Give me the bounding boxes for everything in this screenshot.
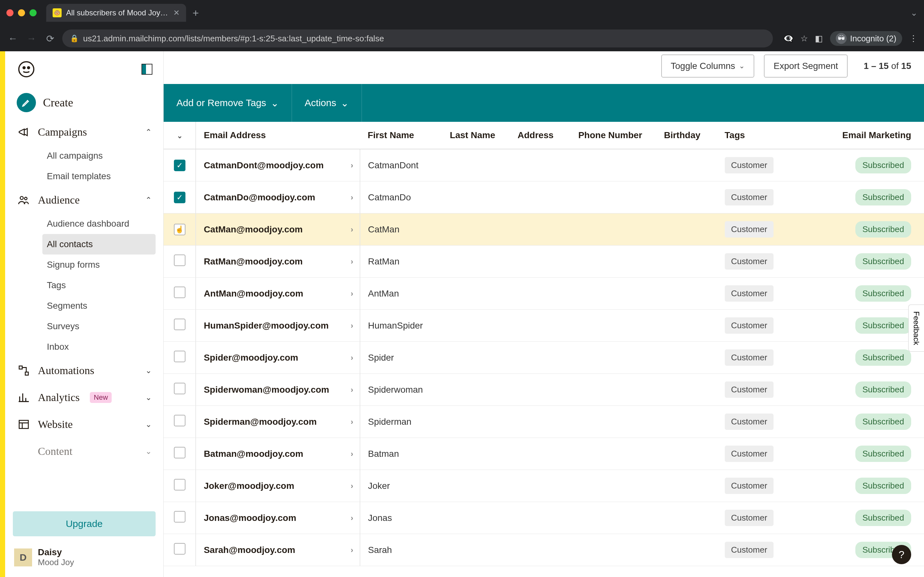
subnav-all-contacts[interactable]: All contacts <box>42 234 156 255</box>
nav-campaigns[interactable]: Campaigns ⌃ <box>13 119 156 145</box>
cell-email[interactable]: CatmanDo@moodjoy.com› <box>196 181 360 213</box>
cell-email[interactable]: AntMan@moodjoy.com› <box>196 277 360 309</box>
col-email-marketing[interactable]: Email Marketing <box>824 122 924 149</box>
row-checkbox[interactable] <box>174 479 186 490</box>
row-checkbox[interactable] <box>174 543 186 554</box>
tag-pill[interactable]: Customer <box>725 221 774 237</box>
tag-pill[interactable]: Customer <box>725 382 774 398</box>
feedback-tab[interactable]: Feedback <box>908 305 924 351</box>
table-row[interactable]: ☝CatMan@moodjoy.com›CatManCustomerSubscr… <box>164 213 924 245</box>
create-button[interactable]: Create <box>13 87 156 119</box>
cell-email[interactable]: CatmanDont@moodjoy.com› <box>196 149 360 181</box>
row-checkbox[interactable]: ✓ <box>174 160 186 171</box>
row-checkbox[interactable] <box>174 415 186 426</box>
subnav-tags[interactable]: Tags <box>42 275 156 295</box>
nav-audience[interactable]: Audience ⌃ <box>13 187 156 213</box>
subnav-segments[interactable]: Segments <box>42 295 156 316</box>
select-all-header[interactable]: ⌄ <box>164 122 196 149</box>
tag-pill[interactable]: Customer <box>725 414 774 430</box>
subnav-audience-dashboard[interactable]: Audience dashboard <box>42 213 156 234</box>
nav-automations[interactable]: Automations ⌄ <box>13 357 156 384</box>
tag-pill[interactable]: Customer <box>725 318 774 334</box>
col-tags[interactable]: Tags <box>717 122 824 149</box>
row-checkbox[interactable] <box>174 383 186 394</box>
table-row[interactable]: Jonas@moodjoy.com›JonasCustomerSubscribe… <box>164 502 924 534</box>
cell-email[interactable]: Sarah@moodjoy.com› <box>196 534 360 566</box>
close-window-icon[interactable] <box>6 9 13 16</box>
kebab-menu-icon[interactable]: ⋮ <box>909 34 918 44</box>
cell-email[interactable]: HumanSpider@moodjoy.com› <box>196 309 360 342</box>
col-last-name[interactable]: Last Name <box>442 122 510 149</box>
table-row[interactable]: Spiderman@moodjoy.com›SpidermanCustomerS… <box>164 406 924 438</box>
table-row[interactable]: Joker@moodjoy.com›JokerCustomerSubscribe… <box>164 470 924 502</box>
toggle-columns-button[interactable]: Toggle Columns ⌄ <box>661 55 754 77</box>
panel-icon[interactable]: ◧ <box>815 34 823 44</box>
table-row[interactable]: ✓CatmanDo@moodjoy.com›CatmanDoCustomerSu… <box>164 181 924 213</box>
url-field[interactable]: 🔒 us21.admin.mailchimp.com/lists/members… <box>62 29 773 47</box>
cell-email[interactable]: Spider@moodjoy.com› <box>196 342 360 374</box>
actions-button[interactable]: Actions ⌄ <box>292 84 362 122</box>
tag-pill[interactable]: Customer <box>725 446 774 462</box>
tag-pill[interactable]: Customer <box>725 253 774 269</box>
nav-content[interactable]: Content ⌄ <box>13 438 156 458</box>
mailchimp-logo-icon[interactable] <box>16 59 37 79</box>
subnav-signup-forms[interactable]: Signup forms <box>42 255 156 275</box>
subnav-all-campaigns[interactable]: All campaigns <box>42 145 156 166</box>
col-address[interactable]: Address <box>510 122 570 149</box>
row-checkbox[interactable]: ☝ <box>174 224 186 235</box>
forward-icon[interactable]: → <box>25 33 38 44</box>
star-icon[interactable]: ☆ <box>800 34 808 44</box>
row-checkbox[interactable] <box>174 351 186 362</box>
cell-email[interactable]: RatMan@moodjoy.com› <box>196 245 360 277</box>
col-email[interactable]: Email Address <box>196 122 360 149</box>
row-checkbox[interactable] <box>174 447 186 458</box>
tag-pill[interactable]: Customer <box>725 478 774 494</box>
cell-email[interactable]: CatMan@moodjoy.com› <box>196 213 360 245</box>
upgrade-button[interactable]: Upgrade <box>13 511 156 536</box>
row-checkbox[interactable] <box>174 511 186 522</box>
subnav-surveys[interactable]: Surveys <box>42 316 156 337</box>
eye-off-icon[interactable]: 👁‍🗨 <box>783 34 793 44</box>
cell-email[interactable]: Joker@moodjoy.com› <box>196 470 360 502</box>
row-checkbox[interactable] <box>174 287 186 298</box>
table-row[interactable]: AntMan@moodjoy.com›AntManCustomerSubscri… <box>164 277 924 309</box>
col-phone[interactable]: Phone Number <box>570 122 656 149</box>
table-row[interactable]: Spiderwoman@moodjoy.com›SpiderwomanCusto… <box>164 374 924 406</box>
nav-website[interactable]: Website ⌄ <box>13 411 156 438</box>
cell-email[interactable]: Jonas@moodjoy.com› <box>196 502 360 534</box>
tag-pill[interactable]: Customer <box>725 285 774 301</box>
cell-email[interactable]: Spiderman@moodjoy.com› <box>196 406 360 438</box>
tabs-dropdown-icon[interactable]: ⌄ <box>911 8 918 18</box>
tag-pill[interactable]: Customer <box>725 510 774 526</box>
tag-pill[interactable]: Customer <box>725 350 774 366</box>
table-row[interactable]: Sarah@moodjoy.com›SarahCustomerSubscribe… <box>164 534 924 566</box>
nav-analytics[interactable]: Analytics New ⌄ <box>13 384 156 411</box>
table-row[interactable]: HumanSpider@moodjoy.com›HumanSpiderCusto… <box>164 309 924 342</box>
row-checkbox[interactable] <box>174 255 186 266</box>
collapse-sidebar-icon[interactable] <box>142 64 152 75</box>
close-tab-icon[interactable]: ✕ <box>173 8 180 17</box>
browser-tab[interactable]: 🐵 All subscribers of Mood Joy | M ✕ <box>46 4 186 22</box>
back-icon[interactable]: ← <box>6 33 19 44</box>
cell-email[interactable]: Batman@moodjoy.com› <box>196 438 360 470</box>
user-menu[interactable]: D Daisy Mood Joy <box>13 544 156 571</box>
table-row[interactable]: ✓CatmanDont@moodjoy.com›CatmanDontCustom… <box>164 149 924 181</box>
help-button[interactable]: ? <box>892 545 911 564</box>
subnav-email-templates[interactable]: Email templates <box>42 166 156 187</box>
new-tab-button[interactable]: + <box>192 7 199 19</box>
tag-pill[interactable]: Customer <box>725 157 774 173</box>
col-first-name[interactable]: First Name <box>360 122 442 149</box>
tag-pill[interactable]: Customer <box>725 189 774 205</box>
minimize-window-icon[interactable] <box>18 9 25 16</box>
table-row[interactable]: Batman@moodjoy.com›BatmanCustomerSubscri… <box>164 438 924 470</box>
export-segment-button[interactable]: Export Segment <box>764 55 848 77</box>
row-checkbox[interactable]: ✓ <box>174 192 186 203</box>
incognito-badge[interactable]: 🕶 Incognito (2) <box>830 31 902 46</box>
table-row[interactable]: RatMan@moodjoy.com›RatManCustomerSubscri… <box>164 245 924 277</box>
maximize-window-icon[interactable] <box>29 9 37 16</box>
col-birthday[interactable]: Birthday <box>656 122 717 149</box>
tag-pill[interactable]: Customer <box>725 542 774 558</box>
row-checkbox[interactable] <box>174 319 186 330</box>
table-row[interactable]: Spider@moodjoy.com›SpiderCustomerSubscri… <box>164 342 924 374</box>
add-remove-tags-button[interactable]: Add or Remove Tags ⌄ <box>164 84 292 122</box>
